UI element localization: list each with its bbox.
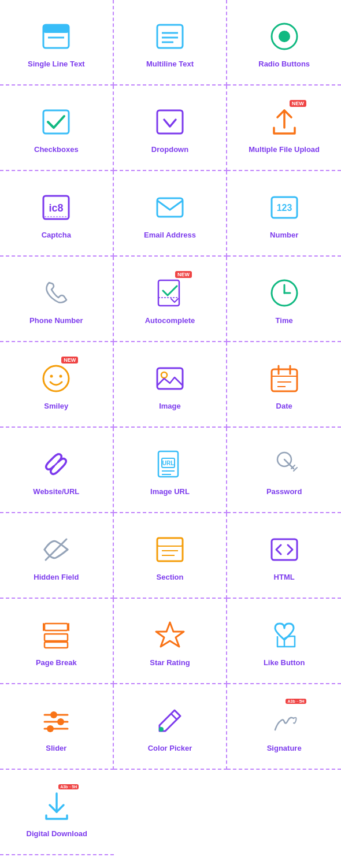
svg-rect-49 — [45, 624, 68, 630]
email-icon — [153, 190, 187, 225]
cell-captcha[interactable]: ic8 Captcha — [0, 171, 114, 257]
new-badge-smiley: NEW — [61, 357, 78, 363]
cell-checkboxes[interactable]: Checkboxes — [0, 86, 114, 171]
svg-line-61 — [171, 714, 177, 719]
cell-image[interactable]: Image — [114, 342, 228, 428]
cell-section[interactable]: Section — [114, 513, 228, 599]
svg-point-56 — [50, 711, 57, 718]
html-label: HTML — [274, 573, 295, 581]
cell-date[interactable]: Date — [227, 342, 341, 428]
time-icon — [267, 276, 302, 310]
cell-email-address[interactable]: Email Address — [114, 171, 228, 257]
svg-line-42 — [294, 468, 297, 471]
cell-hidden-field[interactable]: Hidden Field — [0, 513, 114, 599]
captcha-label: Captcha — [42, 231, 71, 239]
svg-rect-53 — [45, 642, 68, 648]
multiline-icon — [153, 19, 187, 54]
svg-text:ic8: ic8 — [49, 202, 64, 214]
file-upload-icon: NEW — [267, 105, 302, 139]
page-break-icon — [39, 618, 73, 652]
cell-page-break[interactable]: Page Break — [0, 599, 114, 684]
svg-rect-45 — [157, 538, 183, 546]
password-label: Password — [266, 487, 302, 496]
time-label: Time — [276, 316, 293, 325]
cell-multiple-file-upload[interactable]: NEW Multiple File Upload — [227, 86, 341, 171]
svg-point-26 — [161, 372, 167, 378]
svg-point-58 — [57, 718, 64, 725]
cell-time[interactable]: Time — [227, 257, 341, 342]
single-line-icon — [39, 19, 73, 54]
autocomplete-icon: NEW — [153, 276, 187, 310]
signature-icon: A3b→5H — [267, 703, 302, 738]
cell-radio-buttons[interactable]: Radio Buttons — [227, 0, 341, 86]
svg-point-8 — [279, 31, 290, 42]
cell-image-url[interactable]: URL Image URL — [114, 428, 228, 513]
like-icon — [267, 618, 302, 652]
svg-point-22 — [43, 366, 69, 391]
link-icon — [39, 447, 73, 481]
new-badge-download: A3b→5H — [58, 784, 79, 789]
cell-autocomplete[interactable]: NEW Autocomplete — [114, 257, 228, 342]
star-icon — [153, 618, 187, 652]
svg-rect-10 — [157, 110, 183, 133]
cell-password[interactable]: Password — [227, 428, 341, 513]
cell-color-picker[interactable]: Color Picker — [114, 684, 228, 770]
captcha-icon: ic8 — [39, 190, 73, 225]
hidden-icon — [39, 532, 73, 567]
empty-cell-2 — [227, 770, 341, 855]
checkbox-icon — [39, 105, 73, 139]
svg-text:123: 123 — [276, 203, 292, 213]
slider-label: Slider — [46, 744, 66, 752]
svg-rect-14 — [157, 198, 183, 217]
svg-line-33 — [53, 461, 60, 468]
cell-single-line-text[interactable]: Single Line Text — [0, 0, 114, 86]
icon-grid: Single Line Text Multiline Text Radio Bu… — [0, 0, 341, 855]
svg-rect-44 — [157, 538, 183, 561]
image-url-label: Image URL — [150, 487, 190, 496]
slider-icon — [39, 703, 73, 738]
cell-html[interactable]: HTML — [227, 513, 341, 599]
new-badge-file-upload: NEW — [290, 100, 306, 107]
color-picker-icon — [153, 703, 187, 738]
cell-dropdown[interactable]: Dropdown — [114, 86, 228, 171]
smiley-label: Smiley — [44, 402, 68, 410]
page-break-label: Page Break — [36, 658, 77, 667]
cell-phone-number[interactable]: Phone Number — [0, 257, 114, 342]
cell-website-url[interactable]: Website/URL — [0, 428, 114, 513]
cell-signature[interactable]: A3b→5H Signature — [227, 684, 341, 770]
cell-star-rating[interactable]: Star Rating — [114, 599, 228, 684]
image-label: Image — [159, 402, 181, 410]
email-address-label: Email Address — [144, 231, 196, 239]
radio-icon — [267, 19, 302, 54]
star-rating-label: Star Rating — [150, 658, 190, 667]
svg-rect-25 — [157, 368, 183, 389]
image-url-icon: URL — [153, 447, 187, 481]
svg-point-60 — [47, 725, 54, 732]
radio-buttons-label: Radio Buttons — [258, 60, 310, 68]
cell-like-button[interactable]: Like Button — [227, 599, 341, 684]
signature-label: Signature — [267, 744, 302, 752]
section-icon — [153, 532, 187, 567]
download-icon: A3b→5H — [39, 789, 74, 824]
digital-download-label: Digital Download — [27, 829, 87, 838]
date-icon — [267, 361, 302, 396]
svg-point-62 — [159, 727, 164, 732]
svg-rect-2 — [43, 25, 69, 33]
cell-digital-download[interactable]: A3b→5H Digital Download — [0, 770, 114, 855]
number-label: Number — [270, 231, 298, 239]
cell-slider[interactable]: Slider — [0, 684, 114, 770]
number-icon: 123 — [267, 190, 302, 225]
cell-smiley[interactable]: NEW Smiley — [0, 342, 114, 428]
cell-number[interactable]: 123 Number — [227, 171, 341, 257]
dropdown-label: Dropdown — [151, 145, 188, 154]
multiline-text-label: Multiline Text — [146, 60, 194, 68]
svg-marker-54 — [156, 622, 184, 647]
html-icon — [267, 532, 302, 567]
phone-icon — [39, 276, 73, 310]
cell-multiline-text[interactable]: Multiline Text — [114, 0, 228, 86]
empty-cell-1 — [114, 770, 228, 855]
password-icon — [267, 447, 302, 481]
color-picker-label: Color Picker — [148, 744, 192, 752]
date-label: Date — [276, 402, 292, 410]
svg-text:URL: URL — [162, 460, 175, 466]
